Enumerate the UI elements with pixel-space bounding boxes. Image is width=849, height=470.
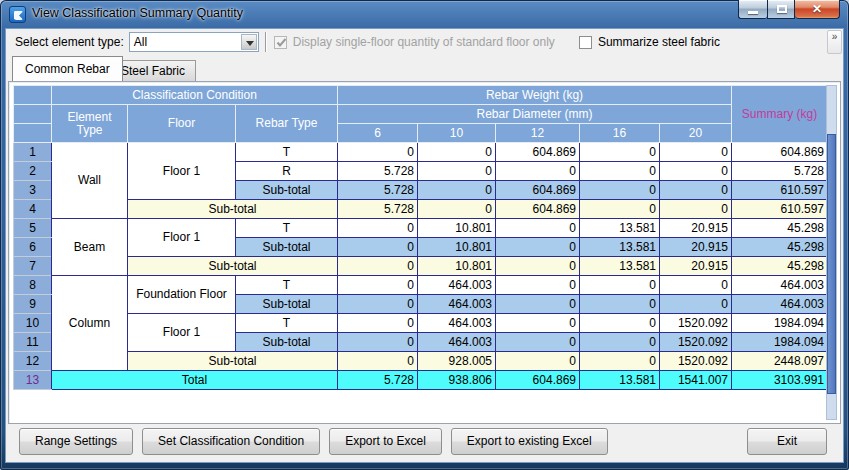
element-type-combobox[interactable]: All — [129, 32, 259, 52]
label-cell[interactable]: Total — [52, 371, 338, 390]
label-cell[interactable]: Floor 1 — [128, 143, 236, 200]
summary-cell[interactable]: 2448.097 — [732, 352, 828, 371]
value-cell[interactable]: 0 — [580, 143, 660, 162]
label-cell[interactable]: Foundation Floor — [128, 276, 236, 314]
value-cell[interactable]: 1520.092 — [660, 352, 732, 371]
label-cell[interactable]: Sub-total — [128, 352, 338, 371]
value-cell[interactable]: 0 — [580, 181, 660, 200]
row-number-cell[interactable]: 12 — [14, 352, 52, 371]
tab-common-rebar[interactable]: Common Rebar — [12, 56, 123, 81]
toolbar-overflow-button[interactable]: » — [827, 30, 842, 54]
value-cell[interactable]: 928.005 — [418, 352, 496, 371]
value-cell[interactable]: 5.728 — [338, 371, 418, 390]
label-cell[interactable]: Sub-total — [236, 295, 338, 314]
value-cell[interactable]: 20.915 — [660, 219, 732, 238]
value-cell[interactable]: 20.915 — [660, 257, 732, 276]
summary-cell[interactable]: 464.003 — [732, 295, 828, 314]
value-cell[interactable]: 0 — [580, 314, 660, 333]
label-cell[interactable]: Beam — [52, 219, 128, 276]
label-cell[interactable]: Column — [52, 276, 128, 371]
summary-cell[interactable]: 45.298 — [732, 219, 828, 238]
value-cell[interactable]: 5.728 — [338, 181, 418, 200]
value-cell[interactable]: 0 — [418, 143, 496, 162]
value-cell[interactable]: 0 — [338, 257, 418, 276]
value-cell[interactable]: 0 — [580, 200, 660, 219]
vertical-scrollbar[interactable] — [826, 85, 837, 420]
value-cell[interactable]: 604.869 — [496, 371, 580, 390]
minimize-button[interactable] — [738, 0, 767, 19]
label-cell[interactable]: T — [236, 143, 338, 162]
value-cell[interactable]: 0 — [338, 238, 418, 257]
value-cell[interactable]: 0 — [580, 352, 660, 371]
row-number-cell[interactable]: 3 — [14, 181, 52, 200]
value-cell[interactable]: 20.915 — [660, 238, 732, 257]
value-cell[interactable]: 0 — [418, 162, 496, 181]
value-cell[interactable]: 0 — [338, 333, 418, 352]
label-cell[interactable]: Sub-total — [128, 200, 338, 219]
row-number-cell[interactable]: 2 — [14, 162, 52, 181]
value-cell[interactable]: 0 — [418, 181, 496, 200]
summary-cell[interactable]: 5.728 — [732, 162, 828, 181]
value-cell[interactable]: 13.581 — [580, 219, 660, 238]
close-button[interactable]: ✕ — [795, 0, 840, 19]
row-number-cell[interactable]: 4 — [14, 200, 52, 219]
value-cell[interactable]: 0 — [496, 162, 580, 181]
summary-cell[interactable]: 45.298 — [732, 257, 828, 276]
value-cell[interactable]: 0 — [660, 200, 732, 219]
value-cell[interactable]: 0 — [418, 200, 496, 219]
value-cell[interactable]: 0 — [338, 314, 418, 333]
value-cell[interactable]: 0 — [496, 276, 580, 295]
value-cell[interactable]: 0 — [338, 143, 418, 162]
range-settings-button[interactable]: Range Settings — [19, 428, 133, 455]
summary-cell[interactable]: 1984.094 — [732, 333, 828, 352]
value-cell[interactable]: 0 — [660, 295, 732, 314]
label-cell[interactable]: Floor 1 — [128, 314, 236, 352]
value-cell[interactable]: 604.869 — [496, 200, 580, 219]
value-cell[interactable]: 1541.007 — [660, 371, 732, 390]
value-cell[interactable]: 604.869 — [496, 143, 580, 162]
label-cell[interactable]: Floor 1 — [128, 219, 236, 257]
value-cell[interactable]: 5.728 — [338, 200, 418, 219]
label-cell[interactable]: Sub-total — [236, 333, 338, 352]
value-cell[interactable]: 0 — [338, 352, 418, 371]
value-cell[interactable]: 13.581 — [580, 371, 660, 390]
value-cell[interactable]: 0 — [660, 181, 732, 200]
value-cell[interactable]: 0 — [580, 295, 660, 314]
value-cell[interactable]: 0 — [496, 238, 580, 257]
row-number-cell[interactable]: 7 — [14, 257, 52, 276]
exit-button[interactable]: Exit — [747, 428, 827, 455]
value-cell[interactable]: 0 — [496, 352, 580, 371]
value-cell[interactable]: 0 — [580, 333, 660, 352]
export-to-existing-excel-button[interactable]: Export to existing Excel — [451, 428, 608, 455]
summary-cell[interactable]: 1984.094 — [732, 314, 828, 333]
value-cell[interactable]: 10.801 — [418, 219, 496, 238]
row-number-cell[interactable]: 10 — [14, 314, 52, 333]
label-cell[interactable]: Wall — [52, 143, 128, 219]
value-cell[interactable]: 0 — [496, 219, 580, 238]
row-number-cell[interactable]: 1 — [14, 143, 52, 162]
scrollbar-thumb[interactable] — [827, 134, 836, 394]
summarize-steel-fabric-checkbox[interactable] — [579, 36, 592, 49]
value-cell[interactable]: 0 — [496, 295, 580, 314]
value-cell[interactable]: 0 — [660, 276, 732, 295]
label-cell[interactable]: Sub-total — [128, 257, 338, 276]
value-cell[interactable]: 10.801 — [418, 257, 496, 276]
value-cell[interactable]: 13.581 — [580, 238, 660, 257]
summary-cell[interactable]: 45.298 — [732, 238, 828, 257]
summary-cell[interactable]: 3103.991 — [732, 371, 828, 390]
export-to-excel-button[interactable]: Export to Excel — [329, 428, 442, 455]
value-cell[interactable]: 0 — [338, 276, 418, 295]
label-cell[interactable]: T — [236, 314, 338, 333]
value-cell[interactable]: 0 — [580, 276, 660, 295]
label-cell[interactable]: Sub-total — [236, 181, 338, 200]
row-number-cell[interactable]: 8 — [14, 276, 52, 295]
value-cell[interactable]: 464.003 — [418, 314, 496, 333]
summary-cell[interactable]: 610.597 — [732, 181, 828, 200]
maximize-button[interactable] — [767, 0, 795, 19]
value-cell[interactable]: 604.869 — [496, 181, 580, 200]
value-cell[interactable]: 1520.092 — [660, 333, 732, 352]
value-cell[interactable]: 0 — [580, 162, 660, 181]
label-cell[interactable]: T — [236, 219, 338, 238]
value-cell[interactable]: 0 — [660, 162, 732, 181]
value-cell[interactable]: 0 — [496, 333, 580, 352]
